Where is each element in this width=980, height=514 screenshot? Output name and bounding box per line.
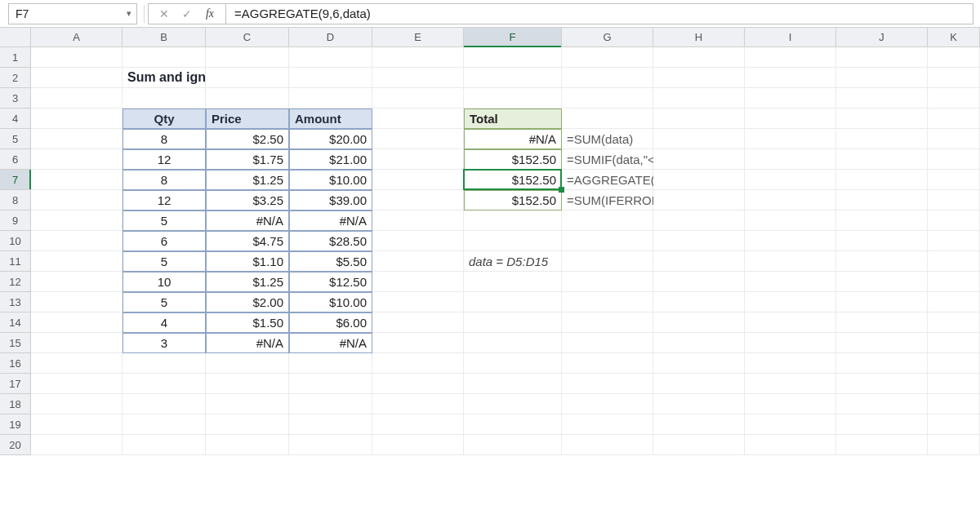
cell[interactable] — [464, 47, 562, 68]
cell[interactable] — [31, 210, 122, 231]
cell[interactable] — [653, 435, 745, 455]
cell[interactable] — [464, 374, 562, 394]
cell[interactable] — [745, 414, 836, 435]
cell[interactable] — [653, 47, 745, 68]
cell[interactable] — [653, 394, 745, 414]
cell[interactable] — [928, 149, 980, 170]
table-cell-price[interactable]: #N/A — [206, 210, 289, 231]
select-all-corner[interactable] — [0, 28, 31, 47]
cell[interactable] — [464, 353, 562, 374]
cell[interactable] — [289, 435, 372, 455]
cell[interactable] — [653, 272, 745, 292]
cell[interactable] — [372, 333, 464, 353]
cell[interactable] — [464, 394, 562, 414]
cell[interactable] — [928, 353, 980, 374]
cell[interactable] — [836, 68, 928, 88]
cell[interactable] — [653, 251, 745, 272]
row-header[interactable]: 5 — [0, 129, 31, 149]
row-header[interactable]: 19 — [0, 414, 31, 435]
table-cell-price[interactable]: $2.00 — [206, 292, 289, 312]
cell[interactable] — [464, 292, 562, 312]
table-cell-qty[interactable]: 6 — [122, 231, 206, 251]
cell[interactable] — [372, 170, 464, 190]
cell[interactable] — [745, 333, 836, 353]
table-cell-amount[interactable]: #N/A — [289, 210, 372, 231]
cell[interactable] — [562, 435, 653, 455]
table-cell-qty[interactable]: 5 — [122, 251, 206, 272]
cell[interactable] — [836, 170, 928, 190]
cell[interactable] — [928, 190, 980, 210]
cell[interactable] — [653, 149, 745, 170]
table-cell-price[interactable]: $1.50 — [206, 312, 289, 333]
table-cell-amount[interactable]: $10.00 — [289, 170, 372, 190]
cell[interactable] — [122, 47, 206, 68]
table-cell-qty[interactable]: 4 — [122, 312, 206, 333]
cell[interactable] — [928, 251, 980, 272]
cell[interactable] — [653, 353, 745, 374]
cell[interactable] — [31, 353, 122, 374]
cell[interactable] — [928, 109, 980, 129]
table-cell-qty[interactable]: 8 — [122, 129, 206, 149]
cell[interactable] — [122, 414, 206, 435]
cell[interactable] — [31, 394, 122, 414]
cell[interactable] — [31, 333, 122, 353]
cell[interactable] — [653, 88, 745, 109]
table-cell-qty[interactable]: 10 — [122, 272, 206, 292]
cell[interactable] — [372, 47, 464, 68]
row-header[interactable]: 10 — [0, 231, 31, 251]
table-header-price[interactable]: Price — [206, 109, 289, 129]
cell[interactable] — [206, 47, 289, 68]
row-header[interactable]: 8 — [0, 190, 31, 210]
cell[interactable] — [372, 312, 464, 333]
cell[interactable] — [206, 394, 289, 414]
row-header[interactable]: 17 — [0, 374, 31, 394]
table-cell-qty[interactable]: 3 — [122, 333, 206, 353]
table-cell-price[interactable]: $3.25 — [206, 190, 289, 210]
cell[interactable] — [206, 414, 289, 435]
cell[interactable] — [122, 353, 206, 374]
cell[interactable] — [372, 88, 464, 109]
cell[interactable] — [31, 231, 122, 251]
cell[interactable] — [372, 272, 464, 292]
table-cell-amount[interactable]: $10.00 — [289, 292, 372, 312]
cell[interactable] — [562, 210, 653, 231]
table-cell-amount[interactable]: $12.50 — [289, 272, 372, 292]
table-cell-price[interactable]: $1.25 — [206, 170, 289, 190]
column-header[interactable]: A — [31, 28, 122, 47]
cell[interactable] — [372, 414, 464, 435]
cell[interactable] — [372, 353, 464, 374]
cell[interactable] — [372, 190, 464, 210]
cell[interactable] — [745, 231, 836, 251]
cell[interactable] — [372, 251, 464, 272]
cell[interactable] — [653, 129, 745, 149]
cell[interactable] — [836, 149, 928, 170]
cell[interactable] — [928, 414, 980, 435]
cell[interactable] — [464, 414, 562, 435]
cell[interactable] — [562, 109, 653, 129]
cell[interactable] — [31, 272, 122, 292]
cell[interactable] — [562, 374, 653, 394]
cell[interactable] — [745, 47, 836, 68]
table-cell-amount[interactable]: $6.00 — [289, 312, 372, 333]
cell[interactable] — [836, 231, 928, 251]
formula-note[interactable]: =AGGREGATE(9,6,data) — [562, 170, 653, 190]
cell[interactable] — [122, 88, 206, 109]
cell[interactable] — [836, 88, 928, 109]
row-header[interactable]: 3 — [0, 88, 31, 109]
cell[interactable] — [836, 353, 928, 374]
cell[interactable] — [289, 47, 372, 68]
cell[interactable] — [928, 394, 980, 414]
totals-value[interactable]: $152.50 — [464, 170, 562, 190]
column-header[interactable]: H — [653, 28, 745, 47]
cell[interactable] — [745, 109, 836, 129]
cell[interactable] — [31, 170, 122, 190]
table-cell-qty[interactable]: 8 — [122, 170, 206, 190]
cancel-icon[interactable]: ✕ — [154, 5, 175, 23]
row-header[interactable]: 2 — [0, 68, 31, 88]
table-cell-price[interactable]: $1.25 — [206, 272, 289, 292]
cell[interactable] — [745, 88, 836, 109]
row-header[interactable]: 12 — [0, 272, 31, 292]
cell[interactable] — [653, 190, 745, 210]
cell[interactable] — [562, 394, 653, 414]
cell[interactable] — [372, 129, 464, 149]
